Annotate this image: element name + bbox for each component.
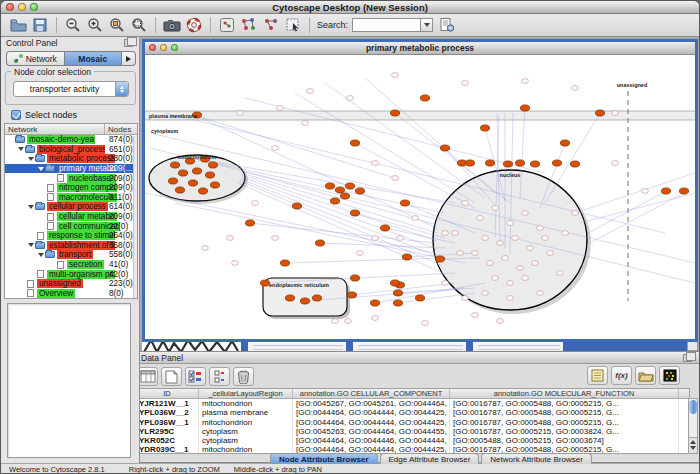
node-orange[interactable]	[285, 295, 294, 301]
node-orange[interactable]	[400, 200, 409, 206]
edge[interactable]	[545, 113, 600, 203]
node-orange[interactable]	[380, 225, 389, 231]
tree-row-cell-communicat[interactable]: cell communicat22(0)	[5, 221, 137, 231]
network-window-titlebar[interactable]: primary metabolic process	[145, 42, 695, 55]
node-small[interactable]	[277, 106, 284, 111]
node-small[interactable]	[542, 236, 549, 241]
node-small[interactable]	[537, 291, 544, 296]
mitochondrion-region[interactable]	[149, 155, 245, 201]
node-small[interactable]	[497, 241, 504, 246]
node-orange[interactable]	[503, 161, 512, 167]
table-cell[interactable]: YPL036W__1	[136, 418, 199, 427]
node-small[interactable]	[562, 231, 569, 236]
node-small[interactable]	[202, 246, 209, 251]
window-titlebar[interactable]: Cytoscape Desktop (New Session)	[1, 1, 699, 14]
node-small[interactable]	[482, 291, 489, 296]
tab-node-attribute-browser[interactable]: Node Attribute Browser	[270, 453, 378, 464]
node-small[interactable]	[412, 216, 419, 221]
maximize-window-button[interactable]	[30, 3, 38, 11]
node-orange[interactable]	[661, 188, 670, 194]
node-orange[interactable]	[205, 172, 214, 178]
node-small[interactable]	[547, 251, 554, 256]
table-row-yjr121w__1[interactable]: YJR121W__1mitochondrion[GO:0045267, GO:0…	[136, 399, 689, 408]
node-small[interactable]	[507, 221, 514, 226]
node-small[interactable]	[512, 236, 519, 241]
network-canvas[interactable]: plasma membranecytoplasmmitochondrionnuc…	[145, 55, 695, 339]
node-small[interactable]	[397, 236, 404, 241]
tab-overflow-arrow[interactable]	[122, 51, 136, 66]
table-cell[interactable]: [GO:0016787, GO:0005215, GO:0003824, G..…	[450, 427, 679, 436]
node-small[interactable]	[347, 96, 354, 101]
edge[interactable]	[588, 191, 666, 233]
edge[interactable]	[590, 193, 684, 243]
tree-row-response-to-stimul[interactable]: response to stimul264(0)	[5, 231, 137, 241]
node-orange[interactable]	[168, 178, 177, 184]
close-view-button[interactable]	[149, 44, 156, 51]
search-settings-icon[interactable]	[436, 15, 458, 35]
expander-icon[interactable]	[38, 167, 44, 171]
node-orange[interactable]	[530, 161, 539, 167]
search-dropdown-arrow[interactable]	[420, 18, 433, 32]
node-orange[interactable]	[280, 260, 289, 266]
node-orange[interactable]	[350, 275, 359, 281]
expander-icon[interactable]	[28, 205, 34, 209]
zoom-fit-icon[interactable]	[128, 15, 150, 35]
node-orange[interactable]	[393, 290, 402, 296]
column-header-network[interactable]: Network	[5, 124, 105, 134]
edge[interactable]	[242, 175, 437, 241]
node-orange[interactable]	[350, 210, 359, 216]
edge[interactable]	[285, 258, 445, 263]
unselect-all-attributes-icon[interactable]	[209, 367, 230, 386]
edge[interactable]	[575, 173, 695, 213]
notes-icon[interactable]	[587, 366, 608, 385]
tree-row-nucleobase-[interactable]: nucleobase-209(0)	[5, 173, 137, 183]
node-small[interactable]	[372, 316, 379, 321]
edge[interactable]	[175, 203, 465, 263]
node-orange[interactable]	[245, 220, 254, 226]
table-cell[interactable]: YPL036W__2	[136, 408, 199, 417]
node-small[interactable]	[522, 211, 529, 216]
node-small[interactable]	[507, 281, 514, 286]
column-header--cellularlayoutregion[interactable]: _cellularLayoutRegion	[199, 389, 293, 398]
node-small[interactable]	[422, 321, 429, 326]
node-orange[interactable]	[390, 110, 399, 116]
table-scrollbar[interactable]	[688, 398, 698, 454]
node-orange[interactable]	[515, 160, 524, 166]
attribute-select-icon[interactable]	[137, 367, 158, 386]
delete-attribute-icon[interactable]	[233, 367, 254, 386]
node-small[interactable]	[392, 73, 399, 78]
node-small[interactable]	[507, 296, 514, 301]
node-small[interactable]	[332, 319, 339, 324]
select-nodes-checkbox[interactable]	[11, 110, 21, 120]
node-small[interactable]	[472, 251, 479, 256]
tree-row-primary-metabo[interactable]: primary metabo209(...	[5, 164, 137, 174]
table-cell[interactable]: mitochondrion	[199, 418, 293, 427]
table-cell[interactable]: [GO:0016787, GO:0005488, GO:0005215, G..…	[450, 408, 679, 417]
node-small[interactable]	[517, 266, 524, 271]
tree-row-establishment-of-lo[interactable]: establishment of lo558(0)	[5, 241, 137, 251]
help-icon[interactable]	[183, 15, 205, 35]
node-small[interactable]	[345, 319, 352, 324]
node-orange[interactable]	[335, 187, 344, 193]
float-panel-icon[interactable]	[683, 354, 692, 362]
node-small[interactable]	[477, 216, 484, 221]
tree-row-unassigned[interactable]: unassigned223(0)	[5, 279, 137, 289]
table-cell[interactable]: [GO:0044464, GO:0044444, GO:0044425, G..…	[293, 408, 450, 417]
expander-icon[interactable]	[38, 253, 44, 257]
tree-row-mosaic-demo-yeast[interactable]: mosaic-demo-yeast874(0)	[5, 135, 137, 145]
node-orange[interactable]	[435, 256, 444, 262]
node-small[interactable]	[642, 189, 649, 194]
node-orange[interactable]	[347, 292, 356, 298]
tree-row-secretion[interactable]: secretion41(0)	[5, 260, 137, 270]
birdseye-view[interactable]	[7, 303, 131, 458]
node-orange[interactable]	[480, 125, 489, 131]
node-orange[interactable]	[440, 145, 449, 151]
open-icon[interactable]	[7, 15, 29, 35]
table-cell[interactable]: YKR052C	[136, 436, 199, 445]
node-color-dropdown[interactable]: transporter activity	[13, 81, 129, 97]
node-small[interactable]	[307, 89, 314, 94]
data-panel-header[interactable]: Data Panel	[133, 352, 700, 364]
node-orange[interactable]	[192, 168, 201, 174]
network-tree-header[interactable]: Network Nodes	[5, 124, 137, 135]
table-cell[interactable]: cytoplasm	[199, 436, 293, 445]
